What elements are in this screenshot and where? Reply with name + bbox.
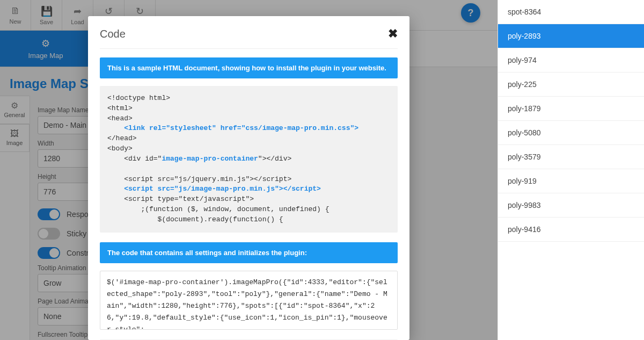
sample-html-code: <!doctype html> <html> <head> <link rel=…: [100, 86, 398, 233]
shape-list-item[interactable]: poly-974: [498, 48, 644, 73]
shape-list-item[interactable]: poly-3579: [498, 145, 644, 169]
code-modal: Code ✖ This is a sample HTML document, s…: [88, 16, 409, 340]
shape-list-item[interactable]: poly-919: [498, 169, 644, 193]
modal-title: Code: [100, 28, 126, 40]
shapes-list-panel: spot-8364poly-2893poly-974poly-225poly-1…: [497, 0, 644, 340]
shape-list-item[interactable]: poly-9416: [498, 218, 644, 242]
app-root: 🗎New 💾Save ➦Load ↺Undo ↻Redo ⚙Image Map …: [0, 0, 644, 340]
shape-list-item[interactable]: poly-9983: [498, 193, 644, 218]
close-icon[interactable]: ✖: [388, 27, 398, 41]
shape-list-item[interactable]: spot-8364: [498, 0, 644, 24]
plugin-config-code[interactable]: $('#image-map-pro-container').imageMapPr…: [100, 271, 398, 330]
modal-overlay[interactable]: Code ✖ This is a sample HTML document, s…: [0, 0, 497, 340]
shape-list-item[interactable]: poly-225: [498, 73, 644, 97]
shape-list-item[interactable]: poly-1879: [498, 97, 644, 121]
main-area: 🗎New 💾Save ➦Load ↺Undo ↻Redo ⚙Image Map …: [0, 0, 497, 340]
modal-body: This is a sample HTML document, showing …: [88, 57, 409, 340]
shape-list-item[interactable]: poly-5080: [498, 121, 644, 145]
modal-banner-settings: The code that contains all settings and …: [100, 242, 398, 263]
modal-divider: [100, 48, 398, 49]
modal-header: Code ✖: [88, 16, 409, 48]
shape-list-item[interactable]: poly-2893: [498, 24, 644, 48]
modal-banner-install: This is a sample HTML document, showing …: [100, 57, 398, 78]
